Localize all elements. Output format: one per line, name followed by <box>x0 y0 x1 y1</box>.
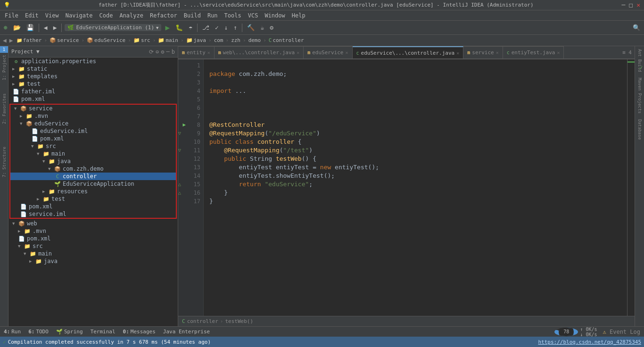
menu-tools[interactable]: Tools <box>222 11 244 20</box>
tree-item-java[interactable]: ▼ 📁 java <box>10 157 176 165</box>
menu-navigate[interactable]: Navigate <box>63 11 96 20</box>
tree-item-templates[interactable]: ▶ 📁 templates <box>8 73 178 80</box>
back-btn[interactable]: ◀ <box>42 23 50 32</box>
tab-eduservice-controller[interactable]: c eduService\...\controller.java ✕ <box>353 46 464 58</box>
gutter-fold-11[interactable]: ▽ <box>178 146 187 155</box>
nav-demo[interactable]: demo <box>247 37 263 44</box>
eduservice-tab-close[interactable]: ✕ <box>345 50 348 55</box>
messages-tab[interactable]: 0: Messages <box>121 329 157 335</box>
tree-item-service-iml[interactable]: 📄 service.iml <box>10 210 176 218</box>
search-everywhere-btn[interactable]: 🔍 <box>631 23 642 32</box>
tab-entiytest[interactable]: c entiyTest.java ✕ <box>503 46 564 58</box>
tree-item-pom-web[interactable]: 📄 pom.xml <box>8 235 178 242</box>
menu-file[interactable]: File <box>2 11 21 20</box>
status-link[interactable]: https://blog.csdn.net/qq_42875345 <box>538 339 641 345</box>
tree-item-test-top[interactable]: ▶ 📁 test <box>8 80 178 88</box>
tab-web-controller[interactable]: m web\...\controller.java ✕ <box>215 46 304 58</box>
tree-item-eduservice[interactable]: ▼ 📦 eduService <box>10 120 176 127</box>
tree-item-mvn[interactable]: ▶ 📁 .mvn <box>10 112 176 120</box>
tree-item-resources[interactable]: ▶ 📁 resources <box>10 188 176 195</box>
entity-tab-close[interactable]: ✕ <box>207 50 210 55</box>
tree-item-pom-top[interactable]: 📄 pom.xml <box>8 95 178 103</box>
menu-analyze[interactable]: Analyze <box>116 11 146 20</box>
tab-service[interactable]: m service ✕ <box>463 46 503 58</box>
nav-main[interactable]: 📁 main <box>157 37 180 44</box>
menu-help[interactable]: Help <box>289 11 308 20</box>
maven-projects-label[interactable]: Maven Projects <box>637 75 642 116</box>
tree-item-application-properties[interactable]: ⚙ application.properties <box>8 58 178 65</box>
nav-java[interactable]: 📁 java <box>185 37 208 44</box>
nav-src[interactable]: 📁 src <box>132 37 152 44</box>
tree-item-test-service[interactable]: ▶ 📁 test <box>10 195 176 203</box>
nav-service[interactable]: 📦 service <box>48 37 80 44</box>
update-btn[interactable]: ↓ <box>223 23 230 32</box>
terminal-tab[interactable]: Terminal <box>89 329 117 335</box>
gutter-fold-16[interactable]: △ <box>178 189 187 197</box>
code-content[interactable]: package com.zzh.demo; import ... @RestCo… <box>204 59 627 316</box>
service-tab-close[interactable]: ✕ <box>496 50 499 55</box>
tree-item-pom-service[interactable]: 📄 pom.xml <box>10 203 176 210</box>
sdk-btn[interactable]: ☕ <box>258 23 266 32</box>
tree-item-com-zzh-demo[interactable]: ▼ 📦 com.zzh.demo <box>10 165 176 173</box>
maximize-button[interactable]: □ <box>629 1 633 8</box>
nav-father[interactable]: 📁 father <box>15 37 43 44</box>
minimize-button[interactable]: ─ <box>622 1 626 8</box>
push-btn[interactable]: ↑ <box>232 23 239 32</box>
tab-eduservice[interactable]: m eduService ✕ <box>304 46 352 58</box>
tree-item-web[interactable]: ▼ 📦 web <box>8 220 178 227</box>
menu-vcs[interactable]: VCS <box>245 11 261 20</box>
open-btn[interactable]: 📂 <box>11 23 23 32</box>
tab-entity[interactable]: m entity ✕ <box>178 46 215 58</box>
tree-item-eduservice-iml[interactable]: 📄 eduService.iml <box>10 127 176 135</box>
tree-item-service[interactable]: ▼ 📦 service <box>10 105 176 112</box>
favorites-label[interactable]: 2: Favorites <box>1 91 8 126</box>
gutter-run-icon[interactable]: ▶ <box>178 121 187 129</box>
scope-btn[interactable]: b <box>172 49 175 55</box>
project-panel-label[interactable]: 1: Project <box>1 53 8 82</box>
debug-btn[interactable]: 🐛 <box>173 23 185 32</box>
nav-zzh[interactable]: zzh <box>230 37 242 44</box>
breadcrumb-method[interactable]: testWeb() <box>225 318 253 324</box>
menu-build[interactable]: Build <box>181 11 204 20</box>
database-label[interactable]: Database <box>637 116 642 142</box>
nav-forward-btn[interactable]: ▶ <box>8 37 14 44</box>
tree-item-main-web[interactable]: ▼ 📁 main <box>8 250 178 257</box>
java-enterprise-tab[interactable]: Java Enterprise <box>161 329 212 335</box>
new-project-btn[interactable]: ⊕ <box>2 23 9 32</box>
menu-window[interactable]: Window <box>262 11 288 20</box>
tree-item-father-iml[interactable]: 📄 father.iml <box>8 88 178 95</box>
forward-btn[interactable]: ▶ <box>51 23 59 32</box>
tree-item-src[interactable]: ▼ 📁 src <box>10 142 176 150</box>
run-btn[interactable]: ▶ <box>163 22 172 33</box>
tree-item-controller[interactable]: C controller <box>10 173 176 180</box>
sync-btn[interactable]: ⟳ <box>149 49 154 55</box>
web-ctrl-tab-close[interactable]: ✕ <box>297 50 299 55</box>
tree-item-main[interactable]: ▼ 📁 main <box>10 150 176 157</box>
menu-refactor[interactable]: Refactor <box>147 11 180 20</box>
nav-com[interactable]: com <box>213 37 225 44</box>
eduservice-ctrl-tab-close[interactable]: ✕ <box>456 50 459 56</box>
tree-item-src-web[interactable]: ▼ 📁 src <box>8 242 178 250</box>
tree-item-mvn-web[interactable]: ▶ 📁 .mvn <box>8 227 178 235</box>
menu-view[interactable]: View <box>42 11 62 20</box>
settings-btn[interactable]: ⚙ <box>268 23 275 32</box>
run-tab[interactable]: 4: Run <box>2 329 23 335</box>
todo-tab[interactable]: 6: TODO <box>26 329 50 335</box>
build-btn[interactable]: 🔨 <box>245 23 256 32</box>
settings-tree-btn[interactable]: ⚙ <box>161 49 164 55</box>
run-with-coverage-btn[interactable]: ☂ <box>187 23 194 32</box>
tree-item-static[interactable]: ▶ 📁 static <box>8 65 178 73</box>
menu-code[interactable]: Code <box>97 11 116 20</box>
tree-item-java-web[interactable]: ▶ 📁 java <box>8 257 178 265</box>
commit-btn[interactable]: ✓ <box>213 23 221 32</box>
nav-eduservice[interactable]: 📦 eduService <box>85 37 127 44</box>
collapse-all-btn[interactable]: ⊖ <box>156 49 159 55</box>
entiytest-tab-close[interactable]: ✕ <box>557 50 560 55</box>
nav-controller[interactable]: C controller <box>267 37 305 44</box>
nav-back-btn[interactable]: ◀ <box>2 37 8 44</box>
close-button[interactable]: ✕ <box>636 1 640 8</box>
tree-item-eduserviceapp[interactable]: 🌱 EduServiceApplication <box>10 180 176 188</box>
tab-overflow-btn[interactable]: ≡ 4 <box>619 46 635 58</box>
menu-edit[interactable]: Edit <box>22 11 41 20</box>
gutter-fold-15[interactable]: △ <box>178 180 187 189</box>
